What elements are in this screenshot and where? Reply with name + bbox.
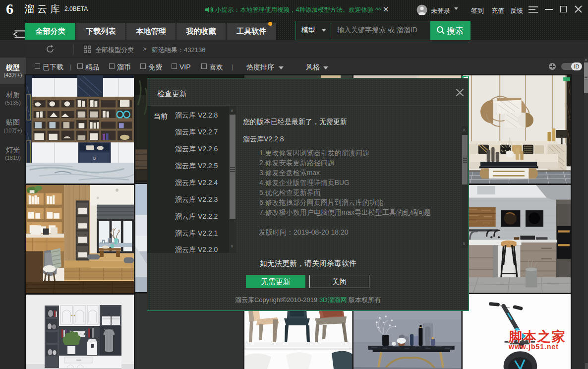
svg-text:B: B xyxy=(93,156,96,161)
